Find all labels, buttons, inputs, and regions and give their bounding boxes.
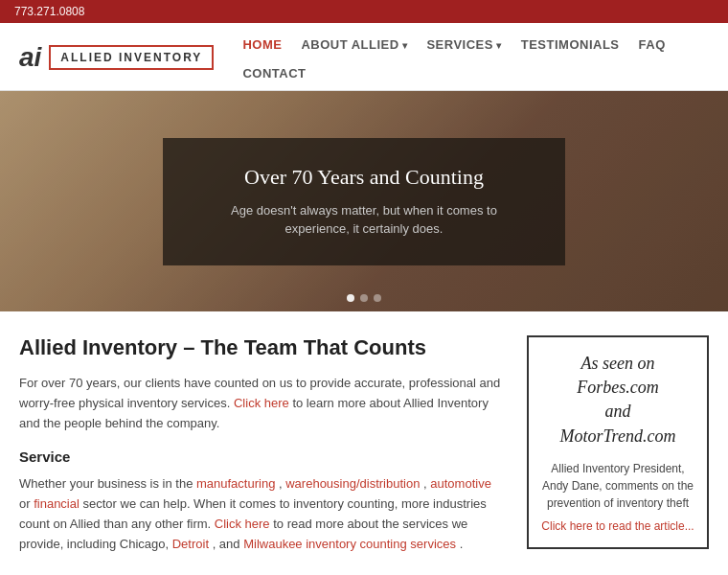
manufacturing-link[interactable]: manufacturing — [196, 476, 275, 491]
nav-faq[interactable]: FAQ — [639, 37, 666, 57]
main-content: Allied Inventory – The Team That Counts … — [0, 311, 728, 575]
service-paragraph: Whether your business is in the manufact… — [19, 474, 503, 554]
nav-about[interactable]: ABOUT ALLIED — [301, 37, 407, 57]
service-and: , and — [213, 537, 244, 551]
sidebar-box: As seen onForbes.comandMotorTrend.com Al… — [527, 335, 709, 549]
nav-home[interactable]: HOME — [242, 37, 282, 57]
logo-area[interactable]: ai ALLIED INVENTORY — [19, 42, 214, 73]
sidebar-description: Allied Inventory President, Andy Dane, c… — [540, 460, 695, 512]
content-right: As seen onForbes.comandMotorTrend.com Al… — [527, 335, 709, 555]
content-left: Allied Inventory – The Team That Counts … — [19, 335, 503, 555]
financial-link[interactable]: financial — [34, 496, 80, 511]
intro-paragraph: For over 70 years, our clients have coun… — [19, 374, 503, 433]
hero-dots — [347, 294, 381, 302]
phone-number: 773.271.0808 — [14, 5, 84, 18]
sidebar-read-link[interactable]: Click here to read the article... — [540, 519, 695, 533]
service-or: or — [19, 496, 34, 511]
main-heading: Allied Inventory – The Team That Counts — [19, 335, 503, 360]
detroit-link[interactable]: Detroit — [172, 537, 209, 551]
hero-dot-1[interactable] — [347, 294, 354, 302]
service-text-start: Whether your business is in the — [19, 476, 196, 491]
header: ai ALLIED INVENTORY HOME ABOUT ALLIED SE… — [0, 23, 728, 91]
hero-subtitle: Age doesn't always matter, but when it c… — [220, 201, 508, 239]
nav-testimonials[interactable]: TESTIMONIALS — [521, 37, 620, 57]
nav-contact[interactable]: CONTACT — [242, 66, 306, 80]
about-link[interactable]: Click here — [234, 396, 289, 410]
services-click-link[interactable]: Click here — [215, 517, 270, 531]
logo-text: ALLIED INVENTORY — [49, 45, 214, 70]
nav-bottom: CONTACT — [242, 66, 709, 90]
logo-icon: ai — [19, 42, 41, 73]
service-heading: Service — [19, 448, 503, 465]
hero-dot-3[interactable] — [374, 294, 381, 302]
nav-area: HOME ABOUT ALLIED SERVICES TESTIMONIALS … — [242, 37, 709, 90]
hero-text-box: Over 70 Years and Counting Age doesn't a… — [163, 138, 565, 265]
hero-section: Over 70 Years and Counting Age doesn't a… — [0, 91, 728, 311]
top-bar: 773.271.0808 — [0, 0, 728, 23]
service-period: . — [460, 537, 464, 551]
nav-top: HOME ABOUT ALLIED SERVICES TESTIMONIALS … — [242, 37, 709, 66]
sidebar-title: As seen onForbes.comandMotorTrend.com — [540, 352, 695, 448]
warehousing-link[interactable]: warehousing/distribution — [285, 476, 420, 491]
milwaukee-link[interactable]: Milwaukee inventory counting services — [243, 537, 456, 551]
automotive-link[interactable]: automotive — [430, 476, 491, 491]
hero-title: Over 70 Years and Counting — [220, 165, 508, 190]
hero-dot-2[interactable] — [360, 294, 368, 302]
nav-services[interactable]: SERVICES — [426, 37, 501, 57]
